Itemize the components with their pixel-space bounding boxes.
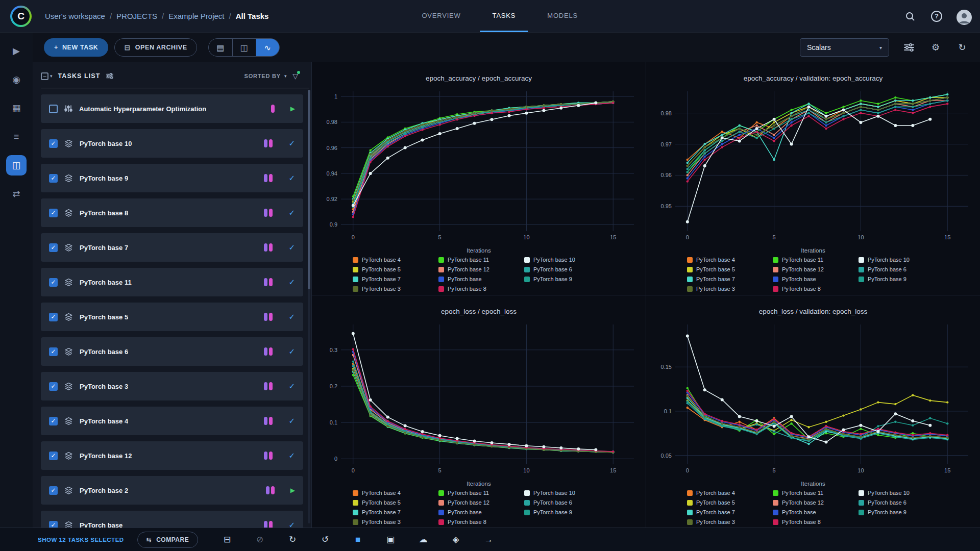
- task-checkbox[interactable]: ✓: [49, 209, 58, 217]
- legend-item[interactable]: PyTorch base: [438, 509, 519, 516]
- tab-tasks[interactable]: TASKS: [480, 0, 528, 32]
- pipelines-icon[interactable]: ≡: [6, 127, 27, 147]
- filter-icon[interactable]: ▽: [292, 72, 298, 80]
- legend-item[interactable]: PyTorch base 8: [438, 285, 519, 293]
- task-checkbox[interactable]: ✓: [49, 486, 58, 495]
- legend-item[interactable]: PyTorch base 12: [773, 499, 853, 507]
- task-row[interactable]: ✓PyTorch base✓: [41, 511, 303, 528]
- tab-models[interactable]: MODELS: [535, 0, 590, 32]
- table-view-button[interactable]: ▤: [209, 39, 232, 56]
- filter-settings-icon[interactable]: [902, 41, 916, 54]
- task-row[interactable]: ✓PyTorch base 6✓: [41, 337, 303, 366]
- avatar[interactable]: [957, 10, 970, 23]
- legend-item[interactable]: PyTorch base 5: [353, 499, 433, 507]
- task-row[interactable]: Automatic Hyperparameter Optimization▶: [41, 94, 303, 123]
- scrollbar[interactable]: [308, 90, 310, 523]
- legend-item[interactable]: PyTorch base 11: [438, 256, 519, 264]
- legend-item[interactable]: PyTorch base 11: [773, 256, 853, 264]
- legend-item[interactable]: PyTorch base 8: [438, 518, 519, 526]
- legend-item[interactable]: PyTorch base 4: [353, 489, 433, 497]
- legend-item[interactable]: PyTorch base 6: [859, 499, 939, 507]
- legend-item[interactable]: PyTorch base 4: [687, 489, 768, 497]
- dashboard-icon[interactable]: ▶: [6, 41, 27, 61]
- legend-item[interactable]: PyTorch base 6: [524, 499, 605, 507]
- legend-item[interactable]: PyTorch base 4: [687, 256, 768, 264]
- legend-item[interactable]: PyTorch base 3: [687, 285, 768, 293]
- task-row[interactable]: ✓PyTorch base 2▶: [41, 476, 303, 505]
- open-archive-button[interactable]: ⊟ OPEN ARCHIVE: [114, 38, 197, 57]
- legend-item[interactable]: PyTorch base 11: [773, 489, 853, 497]
- legend-item[interactable]: PyTorch base: [438, 276, 519, 283]
- legend-item[interactable]: PyTorch base 7: [353, 276, 433, 283]
- settings-icon[interactable]: ⚙: [929, 41, 942, 54]
- legend-item[interactable]: PyTorch base 6: [859, 266, 939, 273]
- help-icon[interactable]: ?: [931, 11, 942, 22]
- tags-button[interactable]: ◈: [450, 534, 461, 545]
- experiments-icon[interactable]: ◫: [6, 155, 27, 176]
- reset-button[interactable]: ↻: [287, 534, 298, 545]
- orchestration-icon[interactable]: ⇄: [6, 184, 27, 204]
- task-checkbox[interactable]: ✓: [49, 417, 58, 425]
- task-row[interactable]: ✓PyTorch base 5✓: [41, 303, 303, 331]
- breadcrumb-item[interactable]: User's workspace: [45, 12, 105, 20]
- task-row[interactable]: ✓PyTorch base 9✓: [41, 164, 303, 192]
- search-icon[interactable]: [903, 10, 917, 23]
- task-row[interactable]: ✓PyTorch base 10✓: [41, 129, 303, 158]
- tab-overview[interactable]: OVERVIEW: [409, 0, 473, 32]
- split-view-button[interactable]: ◫: [232, 39, 256, 56]
- legend-item[interactable]: PyTorch base 7: [687, 509, 768, 516]
- legend-item[interactable]: PyTorch base: [773, 509, 853, 516]
- legend-item[interactable]: PyTorch base 12: [773, 266, 853, 273]
- detach-button[interactable]: ⊘: [254, 534, 265, 545]
- legend-item[interactable]: PyTorch base 12: [438, 266, 519, 273]
- compare-button[interactable]: ⇆ COMPARE: [137, 532, 199, 548]
- task-checkbox[interactable]: ✓: [49, 278, 58, 287]
- clearml-logo[interactable]: C: [10, 6, 32, 27]
- legend-item[interactable]: PyTorch base 9: [524, 276, 605, 283]
- legend-item[interactable]: PyTorch base 6: [524, 266, 605, 273]
- legend-item[interactable]: PyTorch base 4: [353, 256, 433, 264]
- legend-item[interactable]: PyTorch base 10: [859, 489, 939, 497]
- task-row[interactable]: ✓PyTorch base 12✓: [41, 441, 303, 470]
- auto-refresh-icon[interactable]: ↻: [955, 41, 969, 54]
- task-checkbox[interactable]: ✓: [49, 452, 58, 460]
- legend-item[interactable]: PyTorch base 3: [353, 285, 433, 293]
- datasets-icon[interactable]: ▦: [6, 98, 27, 118]
- legend-item[interactable]: PyTorch base 12: [438, 499, 519, 507]
- breadcrumb-item[interactable]: PROJECTS: [116, 12, 157, 20]
- task-checkbox[interactable]: ✓: [49, 347, 58, 356]
- task-row[interactable]: ✓PyTorch base 8✓: [41, 198, 303, 227]
- legend-item[interactable]: PyTorch base 5: [687, 499, 768, 507]
- chart-plot[interactable]: 0.950.960.970.98051015: [650, 85, 976, 246]
- task-checkbox[interactable]: [49, 105, 58, 113]
- task-checkbox[interactable]: ✓: [49, 382, 58, 391]
- legend-item[interactable]: PyTorch base 5: [353, 266, 433, 273]
- legend-item[interactable]: PyTorch base 10: [524, 256, 605, 264]
- chart-plot[interactable]: 00.10.20.3051015: [315, 318, 642, 480]
- legend-item[interactable]: PyTorch base 8: [773, 518, 853, 526]
- task-row[interactable]: ✓PyTorch base 11✓: [41, 268, 303, 296]
- breadcrumb-item[interactable]: All Tasks: [236, 12, 269, 20]
- new-task-button[interactable]: + NEW TASK: [44, 38, 108, 57]
- task-row[interactable]: ✓PyTorch base 4✓: [41, 407, 303, 435]
- legend-item[interactable]: PyTorch base 7: [353, 509, 433, 516]
- projects-icon[interactable]: ◉: [6, 69, 27, 90]
- task-checkbox[interactable]: ✓: [49, 243, 58, 252]
- select-all-checkbox[interactable]: – ▾: [41, 72, 53, 80]
- list-settings-icon[interactable]: [106, 73, 113, 79]
- legend-item[interactable]: PyTorch base 8: [773, 285, 853, 293]
- chart-plot[interactable]: 0.90.920.940.960.981051015: [315, 85, 642, 246]
- archive-button[interactable]: ⊟: [222, 534, 233, 545]
- breadcrumb-item[interactable]: Example Project: [168, 12, 224, 20]
- task-checkbox[interactable]: ✓: [49, 313, 58, 321]
- legend-item[interactable]: PyTorch base 9: [524, 509, 605, 516]
- task-checkbox[interactable]: ✓: [49, 174, 58, 183]
- legend-item[interactable]: PyTorch base 11: [438, 489, 519, 497]
- move-to-button[interactable]: →: [483, 535, 494, 545]
- chart-plot[interactable]: 0.050.10.15051015: [650, 318, 976, 480]
- legend-item[interactable]: PyTorch base 9: [859, 509, 939, 516]
- task-row[interactable]: ✓PyTorch base 3✓: [41, 372, 303, 400]
- task-row[interactable]: ✓PyTorch base 7✓: [41, 233, 303, 262]
- sorted-by-button[interactable]: SORTED BY ▾: [244, 73, 287, 79]
- publish-button[interactable]: ☁: [418, 534, 429, 545]
